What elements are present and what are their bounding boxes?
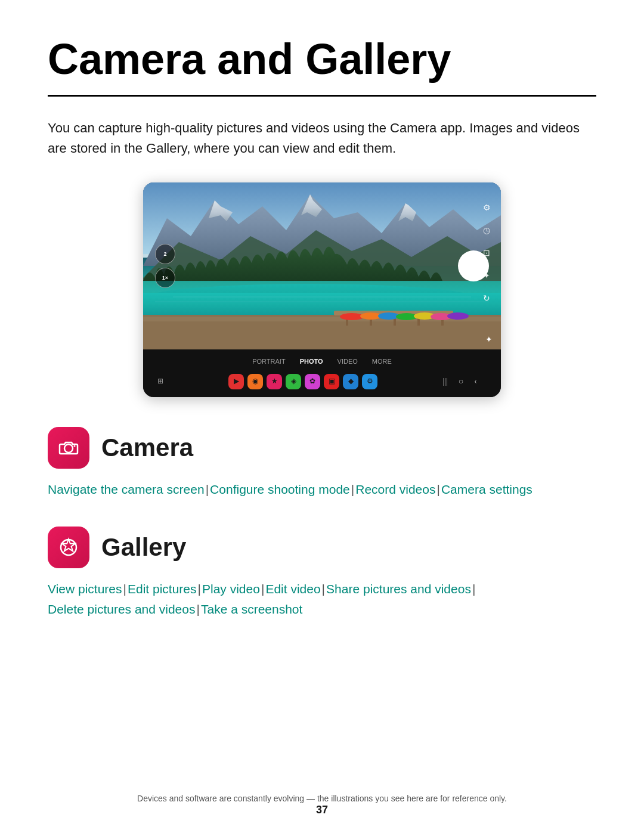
camera-icon-svg [57, 436, 80, 459]
mountain-svg [143, 182, 501, 349]
link-share-pictures[interactable]: Share pictures and videos [326, 582, 471, 596]
link-edit-pictures[interactable]: Edit pictures [128, 582, 197, 596]
camera-side-icons: ⚙ ◷ ⊡ ✦ ↻ [479, 200, 494, 305]
link-edit-video[interactable]: Edit video [265, 582, 320, 596]
settings-icon: ⚙ [479, 200, 494, 215]
app-icon-1: ▶ [228, 374, 244, 389]
timer-icon: ◷ [479, 223, 494, 237]
app-icons-row: ▶ ◉ ★ ◈ ✿ ▣ ◆ ⚙ [228, 374, 377, 389]
link-camera-settings[interactable]: Camera settings [441, 482, 532, 496]
gallery-icon-svg [57, 536, 80, 559]
link-navigate-camera[interactable]: Navigate the camera screen [48, 482, 205, 496]
camera-viewfinder: ⚙ ◷ ⊡ ✦ ↻ 2 1× ✦ [143, 182, 501, 349]
app-icon-2: ◉ [247, 374, 263, 389]
title-divider [48, 95, 596, 97]
camera-links: Navigate the camera screen|Configure sho… [48, 479, 596, 500]
sep6: | [261, 582, 264, 596]
zoom-level-1x: 1× [155, 268, 175, 288]
camera-section-title: Camera [101, 433, 193, 462]
apps-grid-icon: ⊞ [157, 377, 163, 386]
link-play-video[interactable]: Play video [202, 582, 260, 596]
footer-note: Devices and software are constantly evol… [0, 794, 644, 803]
sep4: | [123, 582, 126, 596]
nav-back-icon: ‹ [474, 377, 477, 386]
gallery-links: View pictures|Edit pictures|Play video|E… [48, 579, 596, 619]
phone-screen: ⚙ ◷ ⊡ ✦ ↻ 2 1× ✦ PORTRAIT PHOTO VIDEO [143, 182, 501, 397]
app-icon-7: ◆ [343, 374, 358, 389]
sep8: | [472, 582, 475, 596]
mode-portrait[interactable]: PORTRAIT [252, 358, 285, 365]
svg-point-27 [74, 445, 76, 447]
sep9: | [196, 602, 199, 616]
camera-bottom-bar: PORTRAIT PHOTO VIDEO MORE ⊞ ▶ ◉ ★ ◈ ✿ ▣ … [143, 349, 501, 397]
link-take-screenshot[interactable]: Take a screenshot [201, 602, 302, 616]
rotate-icon: ↻ [479, 291, 494, 305]
focus-icon: ⊡ [479, 246, 494, 260]
app-icon-6: ▣ [324, 374, 339, 389]
filter-icon: ✦ [479, 268, 494, 283]
page-number: 37 [0, 804, 644, 816]
sep2: | [351, 482, 354, 496]
gallery-app-icon [48, 527, 89, 568]
sep3: | [436, 482, 439, 496]
app-icon-8: ⚙ [362, 374, 377, 389]
phone-screenshot-container: ⚙ ◷ ⊡ ✦ ↻ 2 1× ✦ PORTRAIT PHOTO VIDEO [48, 182, 596, 397]
link-view-pictures[interactable]: View pictures [48, 582, 122, 596]
gallery-section-title: Gallery [101, 533, 186, 562]
svg-point-28 [61, 540, 76, 555]
mountain-scene [143, 182, 501, 349]
svg-point-26 [64, 444, 73, 453]
nav-home-icon: ○ [459, 377, 463, 386]
svg-point-25 [447, 312, 469, 320]
svg-point-19 [340, 313, 364, 320]
more-options-icon: ✦ [485, 335, 493, 345]
sep1: | [206, 482, 209, 496]
app-icon-5: ✿ [305, 374, 320, 389]
link-delete-pictures[interactable]: Delete pictures and videos [48, 602, 195, 616]
mode-video[interactable]: VIDEO [338, 358, 358, 365]
mode-photo[interactable]: PHOTO [300, 358, 323, 365]
gallery-section-header: Gallery [48, 527, 596, 568]
sep7: | [322, 582, 325, 596]
camera-modes: PORTRAIT PHOTO VIDEO MORE [153, 358, 491, 365]
camera-app-icon [48, 427, 89, 469]
app-icon-3: ★ [267, 374, 282, 389]
zoom-badge: 2 1× [155, 244, 175, 288]
nav-menu-icon: ||| [442, 377, 447, 386]
camera-section-header: Camera [48, 427, 596, 469]
zoom-level-2: 2 [155, 244, 175, 264]
page-title: Camera and Gallery [48, 36, 596, 83]
mode-more[interactable]: MORE [372, 358, 392, 365]
intro-paragraph: You can capture high-quality pictures an… [48, 118, 584, 159]
nav-bar: ||| ○ ‹ [442, 377, 487, 386]
sep5: | [198, 582, 201, 596]
app-icon-4: ◈ [286, 374, 301, 389]
link-record-videos[interactable]: Record videos [355, 482, 435, 496]
link-configure-shooting[interactable]: Configure shooting mode [210, 482, 350, 496]
camera-app-row: ⊞ ▶ ◉ ★ ◈ ✿ ▣ ◆ ⚙ ||| ○ ‹ [153, 374, 491, 389]
